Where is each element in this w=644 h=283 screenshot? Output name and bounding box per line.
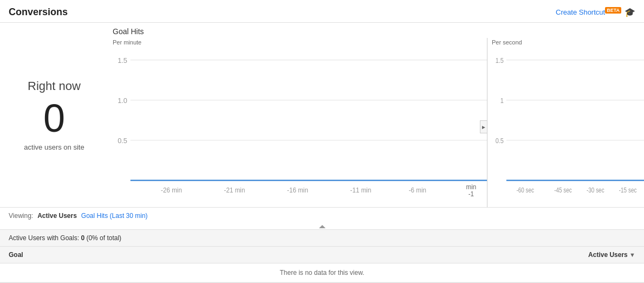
svg-text:1: 1 — [500, 96, 504, 104]
empty-message: There is no data for this view. — [0, 263, 644, 282]
svg-text:0.5: 0.5 — [118, 136, 127, 144]
collapse-row — [0, 224, 644, 229]
chart-left-body: 1.5 1.0 0.5 -26 min -21 min -16 min -11 … — [108, 47, 487, 207]
data-table: Goal Active Users ▼ There is no data for… — [0, 246, 644, 282]
active-users-column-header: Active Users ▼ — [213, 247, 644, 263]
svg-text:-60 sec: -60 sec — [516, 186, 534, 194]
chart-right-sublabel: Per second — [487, 38, 644, 47]
header-actions: Create ShortcutBETA 🎓 — [556, 7, 635, 17]
svg-text:-11 min: -11 min — [350, 186, 372, 194]
chart-right-wrapper: Per second 1.5 1 0.5 -60 sec — [487, 38, 644, 207]
svg-text:1.5: 1.5 — [496, 56, 504, 64]
table-header: Goal Active Users ▼ — [0, 247, 644, 263]
stats-percentage: (0% of total) — [86, 234, 121, 242]
viewing-active-users: Active Users — [37, 212, 77, 220]
graduation-cap-icon: 🎓 — [625, 7, 635, 17]
svg-text:-1: -1 — [469, 190, 474, 198]
stats-bar: Active Users with Goals: 0 (0% of total) — [0, 229, 644, 246]
svg-text:1.5: 1.5 — [118, 56, 127, 64]
page-title: Conversions — [9, 7, 68, 18]
beta-badge: BETA — [605, 7, 621, 14]
table-row: There is no data for this view. — [0, 263, 644, 282]
viewing-goal-hits-link[interactable]: Goal Hits (Last 30 min) — [81, 212, 148, 220]
chart-area: Per minute 1.5 1.0 0.5 -26 min — [108, 38, 644, 207]
chart-left-wrapper: Per minute 1.5 1.0 0.5 -26 min — [108, 38, 487, 207]
left-panel: Right now 0 active users on site — [0, 23, 108, 207]
svg-text:0.5: 0.5 — [496, 136, 504, 144]
svg-text:-21 min: -21 min — [224, 186, 245, 194]
main-content: Right now 0 active users on site Goal Hi… — [0, 23, 644, 207]
svg-text:-15 sec: -15 sec — [619, 186, 637, 194]
chart-expand-arrow[interactable]: ► — [480, 120, 487, 133]
stats-count: 0 — [81, 234, 84, 242]
chart-left-sublabel: Per minute — [108, 38, 487, 47]
chart-right-svg: 1.5 1 0.5 -60 sec -45 sec -30 sec -15 se… — [487, 47, 644, 207]
svg-text:min: min — [466, 183, 476, 190]
svg-text:1.0: 1.0 — [118, 96, 127, 104]
chart-title: Goal Hits — [108, 27, 644, 36]
right-now-label: Right now — [28, 79, 81, 93]
svg-text:-26 min: -26 min — [161, 186, 182, 194]
chart-left-svg: 1.5 1.0 0.5 -26 min -21 min -16 min -11 … — [108, 47, 487, 207]
viewing-label: Viewing: — [9, 212, 33, 220]
active-users-header-label: Active Users — [588, 251, 628, 259]
table-body: There is no data for this view. — [0, 263, 644, 282]
chart-right-body: 1.5 1 0.5 -60 sec -45 sec -30 sec -15 se… — [487, 47, 644, 207]
svg-text:-16 min: -16 min — [287, 186, 308, 194]
collapse-triangle-icon[interactable] — [319, 225, 326, 228]
goal-column-header: Goal — [0, 247, 213, 263]
svg-text:-6 min: -6 min — [409, 186, 426, 194]
create-shortcut-link[interactable]: Create ShortcutBETA — [556, 8, 621, 16]
active-count: 0 — [43, 99, 65, 138]
chart-panel: Goal Hits Per minute 1.5 1.0 0.5 — [108, 23, 644, 207]
svg-text:-30 sec: -30 sec — [587, 186, 604, 194]
stats-label: Active Users with Goals: — [9, 234, 79, 242]
viewing-bar: Viewing: Active Users Goal Hits (Last 30… — [0, 207, 644, 224]
svg-text:-45 sec: -45 sec — [554, 186, 572, 194]
goal-header-label: Goal — [9, 251, 23, 259]
create-shortcut-label: Create Shortcut — [556, 9, 605, 17]
active-users-label: active users on site — [24, 143, 84, 151]
header: Conversions Create ShortcutBETA 🎓 — [0, 0, 644, 23]
sort-icon[interactable]: ▼ — [629, 252, 635, 258]
